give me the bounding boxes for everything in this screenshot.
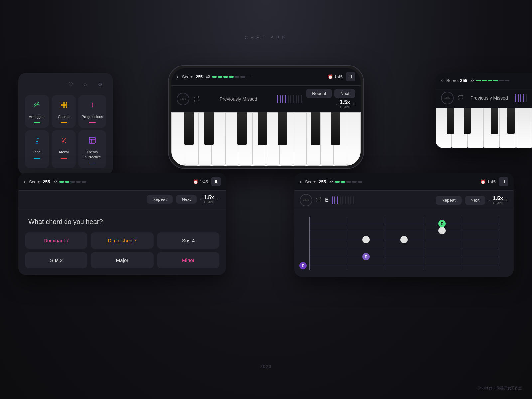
guitar-panel: ‹ Score: 255 x3 ⏰ 1:45 ⏸ 1500 E — [294, 173, 514, 277]
quiz-option-diminished7[interactable]: Diminished 7 — [91, 232, 153, 249]
quiz-controls-bar: Repeat Next - 1.5x TEMPO + — [18, 191, 226, 208]
life-dot-1 — [212, 76, 217, 78]
arpeggios-dot — [34, 122, 40, 123]
sidebar-item-theory[interactable]: Theoryin Practice — [78, 130, 106, 168]
right-note-indicators — [515, 94, 527, 102]
white-key-7[interactable] — [252, 112, 266, 166]
piano-screen-header: ‹ Score: 255 x3 — — [171, 68, 361, 86]
sidebar-item-chords[interactable]: Chords — [52, 95, 75, 128]
fretboard-strings: E E E — [309, 217, 499, 270]
phone-next-btn[interactable]: Next — [334, 89, 355, 98]
white-key-9[interactable] — [280, 112, 293, 166]
white-key-1[interactable] — [171, 112, 185, 166]
white-key-8[interactable] — [266, 112, 280, 166]
phone-repeat-btn[interactable]: Repeat — [306, 89, 332, 98]
white-key-12[interactable] — [320, 112, 334, 166]
guitar-subheader: 1500 E Repeat Next - 1.5x TEMPO + — [294, 191, 514, 210]
quiz-pause-button[interactable]: ⏸ — [211, 177, 221, 186]
string-4 — [309, 248, 499, 248]
white-key-4[interactable] — [212, 112, 225, 166]
sidebar-item-progressions[interactable]: Progressions — [78, 95, 106, 128]
right-panel: ‹ Score: 255 x3 1500 — [436, 73, 532, 148]
phone-inner: ‹ Score: 255 x3 — — [171, 68, 361, 166]
white-key-6[interactable] — [239, 112, 253, 166]
white-key-11[interactable] — [307, 112, 320, 166]
white-key-14[interactable] — [347, 112, 361, 166]
year-label: 2023 — [260, 364, 272, 369]
atonal-dot — [61, 158, 67, 159]
string-2 — [309, 231, 499, 231]
heart-icon[interactable]: ♡ — [66, 80, 75, 89]
r-wk-1[interactable] — [436, 108, 452, 148]
guitar-repeat-btn[interactable]: Repeat — [436, 196, 462, 205]
sidebar-item-atonal[interactable]: Atonal — [52, 130, 75, 168]
r-wk-5[interactable] — [500, 108, 516, 148]
white-key-13[interactable] — [334, 112, 347, 166]
atonal-icon — [60, 136, 68, 146]
guitar-note-counter: 1500 — [300, 194, 312, 206]
guitar-pause-button[interactable]: ⏸ — [499, 177, 508, 186]
piano-note-indicators — [277, 95, 302, 103]
guitar-root-note: E — [325, 197, 329, 203]
tempo-plus[interactable]: + — [352, 101, 355, 107]
quiz-option-sus2[interactable]: Sus 2 — [25, 252, 87, 268]
guitar-back-button[interactable]: ‹ — [300, 178, 302, 185]
life-dot-2 — [218, 76, 222, 78]
r-wk-4[interactable] — [484, 108, 500, 148]
fret-dot-3 — [400, 236, 408, 243]
white-key-5[interactable] — [225, 112, 239, 166]
quiz-option-major[interactable]: Major — [91, 252, 153, 268]
white-key-3[interactable] — [198, 112, 212, 166]
quiz-back-button[interactable]: ‹ — [24, 178, 26, 185]
white-key-2[interactable] — [185, 112, 199, 166]
quiz-option-dominant7[interactable]: Dominant 7 — [25, 232, 87, 249]
guitar-header: ‹ Score: 255 x3 ⏰ 1:45 ⏸ — [294, 173, 514, 191]
right-back-button[interactable]: ‹ — [441, 77, 443, 84]
tempo-value: 1.5x TEMPO — [340, 99, 350, 109]
g-life-3 — [346, 181, 351, 183]
guitar-tempo-minus[interactable]: - — [489, 197, 490, 203]
arpeggios-icon — [33, 101, 41, 111]
piano-keyboard[interactable] — [171, 112, 361, 166]
guitar-next-btn[interactable]: Next — [465, 196, 486, 205]
r-wk-6[interactable] — [516, 108, 532, 148]
fret-dot-2 — [362, 236, 370, 243]
theory-label: Theoryin Practice — [84, 150, 101, 159]
life-dot-5 — [235, 76, 239, 78]
svg-rect-9 — [89, 137, 95, 143]
r-wk-3[interactable] — [468, 108, 484, 148]
atonal-label: Atonal — [59, 150, 69, 154]
fret-1 — [347, 217, 347, 270]
search-icon[interactable]: ⌕ — [81, 80, 90, 89]
tempo-minus[interactable]: - — [336, 101, 337, 107]
sidebar-item-arpeggios[interactable]: Arpeggios — [25, 95, 49, 128]
piano-pause-button[interactable]: ⏸ — [346, 72, 355, 81]
guitar-tempo-plus[interactable]: + — [505, 197, 508, 203]
guitar-life-dots — [335, 181, 362, 183]
quiz-tempo-value: 1.5x TEMPO — [204, 195, 214, 204]
guitar-score: Score: 255 — [305, 179, 326, 184]
settings-icon[interactable]: ⚙ — [95, 80, 105, 89]
sidebar-item-tonal[interactable]: Tonal — [25, 130, 49, 168]
quiz-repeat-btn[interactable]: Repeat — [147, 195, 173, 204]
quiz-panel: ‹ Score: 255 x3 ⏰ 1:45 ⏸ Repeat Next - — [18, 173, 226, 275]
r-wk-2[interactable] — [452, 108, 467, 148]
r-life-dot-6 — [505, 80, 509, 81]
piano-screen: ‹ Score: 255 x3 — — [171, 68, 361, 166]
quiz-option-sus4[interactable]: Sus 4 — [157, 232, 219, 249]
quiz-tempo-minus[interactable]: - — [200, 196, 201, 202]
piano-missed-label: Previously Missed — [204, 96, 273, 102]
q-life-2 — [65, 181, 69, 183]
piano-back-button[interactable]: ‹ — [177, 73, 179, 80]
quiz-tempo-plus[interactable]: + — [216, 196, 219, 202]
piano-score: Score: 255 — [182, 74, 203, 79]
chords-dot — [61, 122, 67, 123]
right-note-counter: 1500 — [441, 92, 454, 104]
right-screen: ‹ Score: 255 x3 1500 — [436, 73, 532, 148]
piano-lives: x3 — — [206, 74, 251, 79]
quiz-next-btn[interactable]: Next — [176, 195, 197, 204]
r-life-dot-3 — [488, 80, 492, 81]
fret-dot-e-top: E — [438, 220, 446, 227]
white-key-10[interactable] — [293, 112, 307, 166]
quiz-option-minor[interactable]: Minor — [157, 252, 219, 268]
